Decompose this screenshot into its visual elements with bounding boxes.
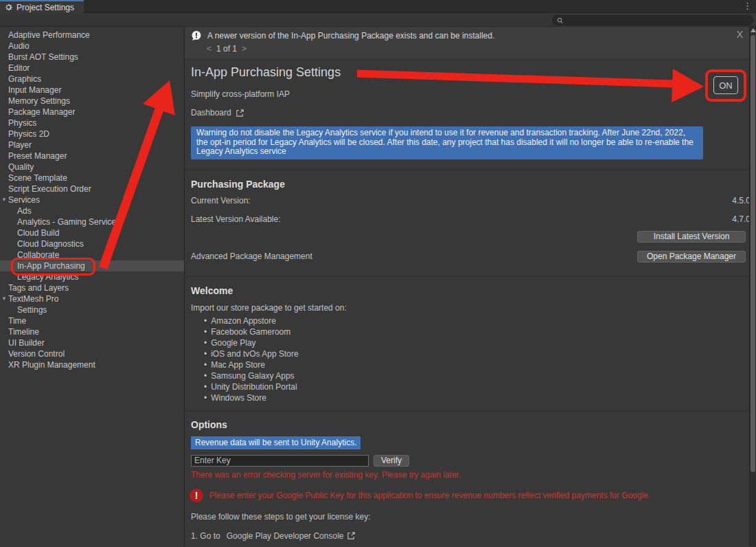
sidebar-item[interactable]: ▼ Editor <box>0 63 184 74</box>
sidebar-item-label: Graphics <box>8 74 41 84</box>
advanced-package-label: Advanced Package Management <box>191 252 637 261</box>
purchasing-package-heading: Purchasing Package <box>191 179 756 190</box>
notification-pager: < 1 of 1 > <box>207 44 756 54</box>
google-play-console-link[interactable]: Google Play Developer Console <box>227 531 344 541</box>
notification-text: A newer version of the In-App Purchasing… <box>207 31 494 41</box>
sidebar-item-label: Cloud Build <box>17 228 59 238</box>
search-box[interactable] <box>552 15 753 25</box>
tab-bar: Project Settings ⋮ <box>0 0 756 13</box>
sidebar-item[interactable]: ▼ UI Builder <box>0 337 184 348</box>
scroll-up-arrow-icon[interactable] <box>751 28 756 32</box>
search-icon <box>557 17 564 24</box>
google-key-input[interactable] <box>191 455 369 467</box>
dashboard-link-label: Dashboard <box>191 108 231 118</box>
step1-prefix: 1. Go to <box>191 531 220 541</box>
sidebar-item[interactable]: ▼ Timeline <box>0 326 184 337</box>
advanced-package-row: Advanced Package Management Open Package… <box>191 251 746 263</box>
open-package-manager-button[interactable]: Open Package Manager <box>637 251 746 263</box>
sidebar-item[interactable]: ▼ Physics 2D <box>0 129 184 139</box>
sidebar-item-label: Physics 2D <box>8 129 49 139</box>
store-list-item: Amazon Appstore <box>204 315 756 326</box>
install-latest-version-button[interactable]: Install Latest Version <box>637 231 746 243</box>
iap-on-toggle-button[interactable]: ON <box>713 76 738 94</box>
settings-main-panel: A newer version of the In-App Purchasing… <box>184 27 756 546</box>
latest-version-value: 4.7.0 <box>732 214 751 224</box>
legacy-analytics-warning: Warning do not disable the Legacy Analyt… <box>191 126 703 159</box>
sidebar-item-label: Player <box>8 140 32 150</box>
sidebar-item[interactable]: ▼ Cloud Build <box>0 227 184 238</box>
sidebar-item[interactable]: ▼ Adaptive Performance <box>0 30 184 41</box>
error-icon: ! <box>190 489 203 502</box>
sidebar-item[interactable]: ▼ Audio <box>0 41 184 52</box>
store-list-item: Mac App Store <box>204 359 756 370</box>
store-list-item: Unity Distribution Portal <box>204 381 756 392</box>
expand-triangle-icon[interactable]: ▼ <box>1 194 8 205</box>
sidebar-item[interactable]: ▼ Settings <box>0 304 184 315</box>
sidebar-item[interactable]: ▼ XR Plugin Management <box>0 359 184 370</box>
sidebar-item[interactable]: ▼ Memory Settings <box>0 96 184 107</box>
info-bubble-icon <box>191 30 202 41</box>
sidebar-item-label: In-App Purchasing <box>17 261 85 271</box>
vertical-scrollbar[interactable] <box>749 27 756 546</box>
window-menu-icon[interactable]: ⋮ <box>743 1 752 11</box>
current-version-row: Current Version: 4.5.0 <box>191 196 753 205</box>
verify-button[interactable]: Verify <box>374 455 409 467</box>
store-list-item: Samsung Galaxy Apps <box>204 370 756 381</box>
store-list-item: iOS and tvOs App Store <box>204 348 756 359</box>
dashboard-link[interactable]: Dashboard <box>191 108 756 118</box>
revenue-analytics-note: Revenue data will be sent to Unity Analy… <box>191 436 360 449</box>
sidebar-item[interactable]: ▼ Script Execution Order <box>0 183 184 194</box>
section-divider <box>185 170 756 170</box>
sidebar-item[interactable]: ▼ Services <box>0 194 184 205</box>
store-list-item: Windows Store <box>204 392 756 403</box>
pager-next-button[interactable]: > <box>242 44 247 54</box>
sidebar-item[interactable]: ▼ In-App Purchasing <box>0 260 184 271</box>
sidebar-item[interactable]: ▼ Physics <box>0 118 184 129</box>
sidebar-item-label: Adaptive Performance <box>8 30 90 40</box>
tab-project-settings[interactable]: Project Settings <box>0 0 84 13</box>
key-entry-row: Verify <box>191 455 756 467</box>
sidebar-item[interactable]: ▼ TextMesh Pro <box>0 293 184 304</box>
section-divider <box>185 410 756 411</box>
sidebar-item[interactable]: ▼ Graphics <box>0 74 184 85</box>
notification-close-button[interactable]: X <box>737 29 743 40</box>
sidebar-item[interactable]: ▼ Version Control <box>0 348 184 359</box>
sidebar-item[interactable]: ▼ Collaborate <box>0 249 184 260</box>
sidebar-item-label: UI Builder <box>8 338 45 348</box>
sidebar-item[interactable]: ▼ Preset Manager <box>0 150 184 161</box>
sidebar-item-label: Burst AOT Settings <box>8 52 78 62</box>
expand-triangle-icon[interactable]: ▼ <box>1 293 8 304</box>
sidebar-item-label: Script Execution Order <box>8 184 91 194</box>
sidebar-item[interactable]: ▼ Tags and Layers <box>0 282 184 293</box>
latest-version-row: Latest Version Available: 4.7.0 <box>191 214 753 224</box>
sidebar-item-label: Collaborate <box>17 250 59 260</box>
sidebar-item[interactable]: ▼ Burst AOT Settings <box>0 52 184 63</box>
sidebar-item-label: Time <box>8 316 26 326</box>
pager-label: 1 of 1 <box>216 44 237 54</box>
external-link-icon <box>347 531 356 540</box>
sidebar-item[interactable]: ▼ Cloud Diagnostics <box>0 238 184 249</box>
search-input[interactable] <box>566 16 748 25</box>
sidebar-item-label: Quality <box>8 162 34 172</box>
sidebar-item[interactable]: ▼ Quality <box>0 161 184 172</box>
sidebar-item-label: TextMesh Pro <box>8 294 58 304</box>
scrollbar-thumb[interactable] <box>751 35 755 472</box>
current-version-value: 4.5.0 <box>732 196 751 205</box>
sidebar-item[interactable]: ▼ Analytics - Gaming Services <box>0 216 184 227</box>
sidebar-item[interactable]: ▼ Package Manager <box>0 107 184 118</box>
project-settings-window: Project Settings ⋮ ▼ Adaptive Performanc… <box>0 0 756 547</box>
sidebar-item[interactable]: ▼ Time <box>0 315 184 326</box>
sidebar-item[interactable]: ▼ Scene Template <box>0 172 184 183</box>
key-check-error-text: There was an error checking server for e… <box>191 470 756 480</box>
sidebar-item[interactable]: ▼ Ads <box>0 205 184 216</box>
pager-prev-button[interactable]: < <box>207 44 211 54</box>
sidebar-item[interactable]: ▼ Player <box>0 139 184 150</box>
google-key-warning-text: Please enter your Google Public Key for … <box>209 491 650 500</box>
notification-banner: A newer version of the In-App Purchasing… <box>185 27 756 60</box>
store-list-item: Google Play <box>204 337 756 348</box>
sidebar-item-label: Tags and Layers <box>8 283 69 293</box>
content-area: ▼ Adaptive Performance ▼ Audio ▼ Burst A… <box>0 27 756 546</box>
tab-title: Project Settings <box>16 3 74 12</box>
sidebar-item[interactable]: ▼ Input Manager <box>0 85 184 96</box>
sidebar-item[interactable]: ▼ Legacy Analytics <box>0 271 184 282</box>
